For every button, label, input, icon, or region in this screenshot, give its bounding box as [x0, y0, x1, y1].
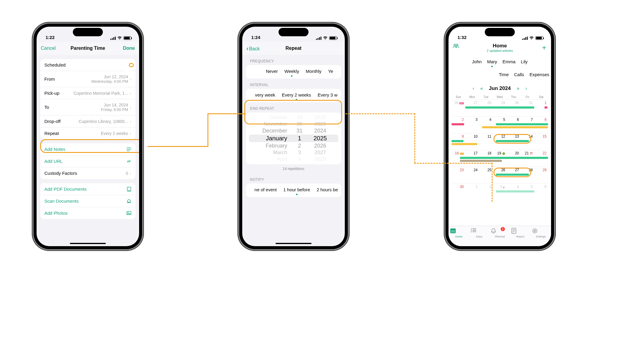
interval-2w[interactable]: Every 2 weeks — [282, 92, 311, 99]
interval-3w[interactable]: Every 3 w — [318, 92, 338, 99]
day-cell[interactable]: 23 — [452, 167, 465, 183]
documents-section: Add PDF Documents Scan Documents Add Pho… — [40, 183, 136, 219]
highlight-week2 — [493, 168, 531, 177]
add-pdf-row[interactable]: Add PDF Documents — [40, 183, 136, 195]
repeat-label: Repeat — [44, 131, 59, 136]
svg-rect-0 — [127, 187, 131, 191]
from-row[interactable]: From Jun 12, 2024Wednesday, 4:00 PM › — [40, 71, 136, 87]
day-cell[interactable]: 10 — [465, 133, 479, 150]
add-pdf-label: Add PDF Documents — [44, 186, 87, 192]
people-tabs: John Mary Emma Lily — [449, 55, 551, 65]
day-cell[interactable]: 4 — [479, 117, 493, 133]
pickup-value: Cupertino Memorial Park, 1... — [73, 91, 128, 96]
chevron-right-icon: › — [130, 105, 131, 110]
day-cell[interactable]: 15 — [534, 133, 548, 150]
prev-month-icon[interactable]: ‹ — [472, 86, 474, 91]
connector-dashed — [414, 113, 415, 163]
notify-1h[interactable]: 1 hour before — [283, 187, 310, 193]
bell-icon: 1 — [491, 228, 509, 234]
freq-never[interactable]: Never — [266, 69, 278, 75]
day-cell[interactable]: 6 — [534, 184, 548, 200]
chevron-right-icon: › — [130, 91, 131, 96]
tabbar-diary[interactable]: Diary — [470, 228, 488, 238]
tabbar-report[interactable]: Report — [511, 228, 529, 238]
svg-point-15 — [534, 230, 535, 232]
custody-factors-row[interactable]: Custody Factors 0 › — [40, 167, 136, 179]
freq-monthly[interactable]: Monthly — [306, 69, 322, 75]
event-bar — [460, 157, 548, 159]
done-button[interactable]: Done — [117, 46, 135, 51]
day-cell[interactable]: 29 — [534, 167, 548, 183]
next-year-icon[interactable]: » — [517, 86, 519, 91]
dynamic-island — [485, 28, 515, 36]
freq-weekly[interactable]: Weekly — [285, 69, 299, 75]
person-lily[interactable]: Lily — [521, 59, 528, 64]
day-cell[interactable]: 24 — [465, 167, 479, 183]
to-row[interactable]: To Jun 14, 2024Friday, 6:00 PM › — [40, 99, 136, 115]
day-cell[interactable]: 25 — [479, 167, 493, 183]
tabbar-planned[interactable]: 1 Planned — [491, 228, 509, 238]
list-icon — [470, 228, 488, 234]
weekday-mon: Mon — [465, 95, 479, 99]
day-cell[interactable]: 3 — [465, 117, 479, 133]
svg-point-11 — [471, 231, 472, 232]
day-cell[interactable]: 26 MD — [452, 100, 465, 116]
pdf-icon — [127, 187, 131, 192]
calendar-grid: Sun Mon Tue Wed Thu Fri Sat 26 MD 27 28 … — [449, 94, 551, 200]
freq-yearly[interactable]: Ye — [328, 69, 333, 75]
interval-1w[interactable]: very week — [255, 92, 276, 99]
prev-year-icon[interactable]: « — [480, 86, 483, 91]
people-icon[interactable] — [453, 43, 459, 48]
add-url-label: Add URL — [44, 159, 63, 164]
pickup-row[interactable]: Pick-up Cupertino Memorial Park, 1... › — [40, 87, 136, 99]
scan-row[interactable]: Scan Documents — [40, 195, 136, 207]
cancel-button[interactable]: Cancel — [41, 46, 59, 51]
day-cell[interactable]: 1 — [465, 184, 479, 200]
add-notes-row[interactable]: Add Notes — [40, 143, 136, 155]
notify-2h[interactable]: 2 hours be — [317, 187, 338, 193]
next-month-icon[interactable]: › — [525, 86, 527, 91]
dropoff-row[interactable]: Drop-off Cupertino Library, 10800... › — [40, 115, 136, 127]
report-icon — [511, 228, 529, 234]
back-button[interactable]: ‹Back — [246, 45, 264, 52]
repeat-row[interactable]: Repeat Every 2 weeks › — [40, 127, 136, 139]
end-date-picker[interactable]: October292022 November302023 December312… — [246, 112, 341, 164]
battery-icon — [535, 36, 543, 40]
to-time: Friday, 6:00 PM — [101, 107, 128, 112]
page-title: Repeat — [285, 46, 301, 51]
add-button[interactable]: + — [542, 43, 546, 52]
day-cell[interactable]: 2 — [479, 184, 493, 200]
link-icon — [127, 159, 131, 164]
home-header: Home 2 updated articles + — [449, 42, 551, 55]
notify-picker[interactable]: ne of event 1 hour before 2 hours be — [246, 183, 341, 197]
tabbar-settings[interactable]: Settings — [532, 228, 550, 238]
repetition-count: 14 repetitions — [242, 164, 345, 173]
day-cell[interactable]: 11 — [479, 133, 493, 150]
person-emma[interactable]: Emma — [502, 59, 515, 64]
home-subtitle[interactable]: 2 updated articles — [487, 49, 513, 52]
interval-picker[interactable]: very week Every 2 weeks Every 3 w — [246, 89, 341, 102]
day-cell[interactable]: 30 — [452, 184, 465, 200]
frequency-picker[interactable]: Never Weekly Monthly Ye — [246, 65, 341, 79]
wifi-icon — [529, 36, 534, 40]
weekday-tue: Tue — [479, 95, 493, 99]
notify-time-of-event[interactable]: ne of event — [255, 187, 277, 193]
person-mary[interactable]: Mary — [487, 59, 497, 64]
tab-time[interactable]: Time — [499, 72, 509, 77]
connector-dashed — [345, 113, 415, 114]
tab-expenses[interactable]: Expenses — [529, 72, 549, 77]
back-label: Back — [249, 46, 260, 51]
person-john[interactable]: John — [472, 59, 482, 64]
add-photos-row[interactable]: Add Photos — [40, 207, 136, 219]
tab-calls[interactable]: Calls — [514, 72, 524, 77]
add-url-row[interactable]: Add URL — [40, 155, 136, 167]
interval-section-label: INTERVAL — [242, 79, 345, 89]
event-bar — [460, 160, 502, 162]
home-indicator — [276, 243, 312, 244]
dropoff-label: Drop-off — [44, 119, 61, 124]
custody-count: 0 — [126, 171, 128, 176]
tabbar-home[interactable]: Home — [450, 228, 468, 238]
wifi-icon — [117, 36, 122, 40]
gear-icon — [532, 228, 550, 234]
from-date: Jun 12, 2024 — [104, 74, 128, 79]
